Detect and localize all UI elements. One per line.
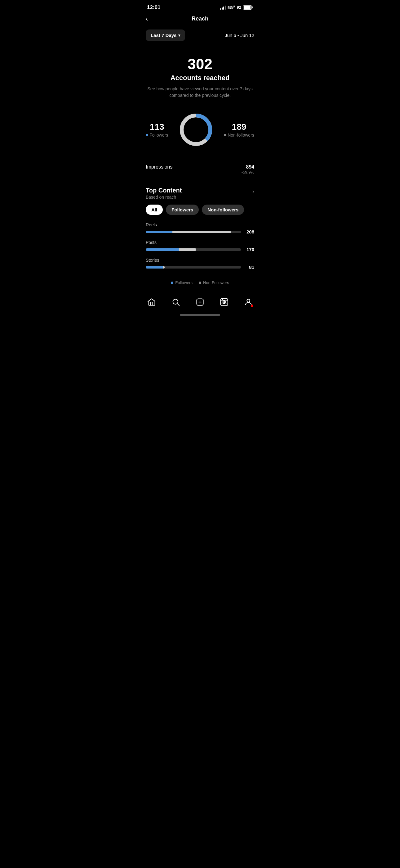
reach-section: 302 Accounts reached See how people have…: [139, 46, 261, 105]
top-content-info: Top Content Based on reach: [146, 187, 182, 199]
reels-label: Reels: [146, 222, 254, 227]
legend-nonfollowers-label: Non-Followers: [203, 280, 229, 285]
header: ‹ Reach: [139, 13, 261, 27]
reels-bar-track: [146, 231, 241, 233]
svg-point-3: [173, 299, 178, 304]
impressions-label: Impressions: [146, 164, 172, 170]
stories-value: 81: [243, 265, 254, 270]
reach-number: 302: [146, 56, 254, 73]
legend-followers-label: Followers: [175, 280, 193, 285]
impressions-row: Impressions 894 -59.9%: [139, 158, 261, 181]
stories-bar-white: [163, 266, 165, 269]
add-icon: [196, 298, 204, 306]
reels-icon: [220, 298, 229, 306]
bottom-nav: [139, 294, 261, 309]
svg-line-4: [177, 304, 179, 306]
followers-label: Followers: [146, 132, 168, 137]
posts-bar-row: 170: [146, 247, 254, 252]
posts-bar-blue: [146, 248, 179, 251]
donut-chart: [177, 111, 214, 148]
non-followers-number: 189: [224, 122, 254, 132]
status-time: 12:01: [147, 4, 160, 10]
impressions-change: -59.9%: [241, 170, 254, 175]
battery-percent: 92: [237, 5, 241, 10]
back-button[interactable]: ‹: [146, 15, 148, 23]
nav-profile[interactable]: [244, 298, 253, 306]
tab-non-followers[interactable]: Non-followers: [202, 205, 244, 215]
home-bar: [180, 314, 220, 316]
reels-bar-row: 208: [146, 229, 254, 235]
top-content-header: Top Content Based on reach ›: [146, 187, 254, 199]
page-title: Reach: [192, 16, 208, 22]
posts-bar-section: Posts 170: [146, 240, 254, 252]
stories-bar-row: 81: [146, 265, 254, 270]
posts-label: Posts: [146, 240, 254, 245]
nav-add[interactable]: [196, 298, 204, 306]
followers-dot: [146, 134, 148, 136]
followers-stat: 113 Followers: [146, 122, 168, 137]
reels-bar-blue: [146, 231, 172, 233]
legend-followers-dot: [171, 282, 173, 284]
donut-section: 113 Followers 189 Non-followers: [139, 105, 261, 158]
tab-followers[interactable]: Followers: [166, 205, 199, 215]
top-content-subtitle: Based on reach: [146, 195, 182, 199]
search-icon: [171, 298, 180, 306]
filter-row: Last 7 Days ▾ Jun 6 - Jun 12: [139, 27, 261, 46]
date-range: Jun 6 - Jun 12: [225, 33, 254, 38]
stories-bar-section: Stories 81: [146, 258, 254, 270]
stories-label: Stories: [146, 258, 254, 262]
network-label: 5GU: [228, 5, 235, 10]
followers-number: 113: [146, 122, 168, 132]
non-followers-stat: 189 Non-followers: [224, 122, 254, 137]
nav-home[interactable]: [147, 298, 156, 306]
reach-label: Accounts reached: [146, 74, 254, 82]
tab-all[interactable]: All: [146, 205, 163, 215]
reels-value: 208: [243, 229, 254, 235]
signal-icon: [220, 5, 226, 10]
stories-bar-track: [146, 266, 241, 269]
non-followers-legend: Non-Followers: [199, 280, 229, 285]
followers-legend: Followers: [171, 280, 193, 285]
reels-bar-section: Reels 208: [146, 222, 254, 235]
home-indicator: [139, 309, 261, 319]
reach-description: See how people have viewed your content …: [146, 86, 254, 99]
period-filter-button[interactable]: Last 7 Days ▾: [146, 30, 185, 41]
content-filter-tabs: All Followers Non-followers: [146, 205, 254, 215]
period-label: Last 7 Days: [151, 33, 176, 38]
top-content-title: Top Content: [146, 187, 182, 194]
posts-value: 170: [243, 247, 254, 252]
donut-svg: [177, 111, 214, 148]
svg-point-10: [224, 302, 225, 303]
reels-bar-white: [172, 231, 231, 233]
svg-point-15: [247, 299, 249, 302]
nav-reels[interactable]: [220, 298, 229, 306]
profile-badge: [251, 305, 253, 307]
impressions-values: 894 -59.9%: [241, 164, 254, 175]
nav-search[interactable]: [171, 298, 180, 306]
status-bar: 12:01 5GU 92: [139, 0, 261, 13]
non-followers-dot: [224, 134, 226, 136]
posts-bar-track: [146, 248, 241, 251]
stories-bar-blue: [146, 266, 163, 269]
home-icon: [147, 298, 156, 306]
battery-icon: [243, 5, 253, 10]
chevron-right-icon[interactable]: ›: [253, 188, 254, 195]
impressions-number: 894: [241, 164, 254, 170]
non-followers-label: Non-followers: [224, 132, 254, 137]
posts-bar-white: [179, 248, 196, 251]
status-icons: 5GU 92: [220, 5, 253, 10]
legend-nonfollowers-dot: [199, 282, 201, 284]
chevron-down-icon: ▾: [178, 33, 180, 37]
top-content-section: Top Content Based on reach › All Followe…: [139, 181, 261, 291]
legend-row: Followers Non-Followers: [146, 275, 254, 291]
